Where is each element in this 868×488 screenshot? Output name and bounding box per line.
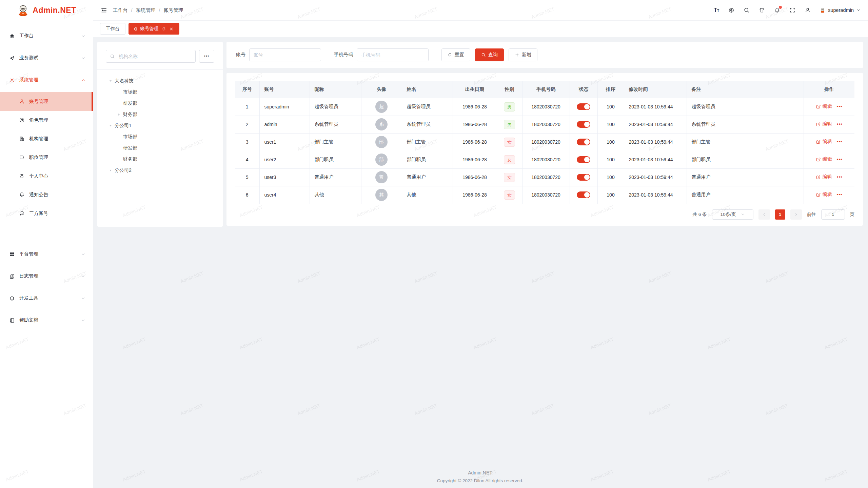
tree-node-市场部[interactable]: 市场部 [116,131,219,142]
cell-phone: 18020030720 [522,116,570,133]
cell-account: user4 [259,186,310,204]
tree-children: 市场部研发部财务部 [116,131,219,165]
cell-text: 2023-01-03 10:59:44 [629,157,673,162]
cell-text: 18020030720 [531,104,560,109]
breadcrumb-item[interactable]: 工作台 [113,7,128,14]
breadcrumb-item[interactable]: 账号管理 [164,7,183,14]
sidebar-item-业务测试[interactable]: 业务测试 [0,48,93,68]
sidebar-item-label: 业务测试 [19,55,77,61]
cell-text: 其他 [407,192,416,197]
tree-node-研发部[interactable]: 研发部 [116,98,219,109]
cell-name: 系统管理员 [402,116,453,133]
sidebar-subitem-个人中心[interactable]: 个人中心 [0,167,93,185]
theme-icon[interactable] [759,7,765,13]
tab-label: 账号管理 [140,26,159,32]
edit-button[interactable]: 编辑 [816,121,832,127]
cell-text: 系统管理员 [407,121,431,127]
tree-node-分公司2[interactable]: 分公司2 [107,165,219,176]
cell-gender: 男 [497,98,522,116]
grid-icon [9,251,15,257]
status-toggle[interactable] [577,103,590,110]
tree-node-财务部[interactable]: 财务部 [116,154,219,165]
status-toggle[interactable] [577,121,590,128]
language-icon[interactable] [728,7,734,13]
sidebar-subitem-三方账号[interactable]: 三方账号 [0,204,93,223]
status-toggle[interactable] [577,139,590,145]
cell-text: superadmin [264,104,289,109]
breadcrumb-item[interactable]: 系统管理 [136,7,156,14]
sidebar-item-系统管理[interactable]: 系统管理 [0,70,93,90]
edit-button[interactable]: 编辑 [816,103,832,109]
sidebar-subitem-角色管理[interactable]: 角色管理 [0,111,93,129]
tab-工作台[interactable]: 工作台 [100,23,125,35]
status-toggle[interactable] [577,174,590,181]
cell-text: 2023-01-03 10:59:44 [629,122,673,127]
sidebar-item-日志管理[interactable]: 日志管理 [0,266,93,286]
sidebar-item-开发工具[interactable]: 开发工具 [0,288,93,308]
tree-node-分公司1[interactable]: 分公司1 [107,120,219,131]
user-menu[interactable]: superadmin [820,7,861,13]
status-toggle[interactable] [577,156,590,163]
search-icon[interactable] [744,7,750,13]
font-size-icon[interactable]: TT [714,7,719,13]
cell-phone: 18020030720 [522,133,570,151]
fullscreen-icon[interactable] [789,7,795,13]
phone-filter-label: 手机号码 [334,52,353,58]
sidebar-subitem-机构管理[interactable]: 机构管理 [0,129,93,148]
tree-node-研发部[interactable]: 研发部 [116,142,219,154]
next-page-button[interactable] [790,209,802,220]
org-more-button[interactable]: ••• [199,50,214,63]
logo[interactable]: Admin.NET [0,0,93,20]
more-actions-button[interactable]: ••• [837,192,843,197]
column-header-status: 状态 [570,81,597,98]
page-size-select[interactable]: 10条/页 [712,209,753,220]
status-toggle[interactable] [577,191,590,198]
tree-node-大名科技[interactable]: 大名科技 [107,75,219,86]
cell-op: 编辑••• [804,151,854,168]
edit-button[interactable]: 编辑 [816,156,832,162]
sidebar-subitem-账号管理[interactable]: 账号管理 [0,92,93,111]
notification-bell-icon[interactable] [774,7,780,13]
org-search-box [106,50,196,63]
row-actions: 编辑••• [816,191,843,198]
cell-text: 普通用户 [692,174,711,180]
edit-button[interactable]: 编辑 [816,174,832,180]
user-outline-icon[interactable] [805,7,811,13]
user-icon [19,99,25,104]
sidebar-item-工作台[interactable]: 工作台 [0,26,93,46]
cell-text: 100 [607,192,614,198]
more-actions-button[interactable]: ••• [837,157,843,162]
goto-page-input[interactable] [821,209,845,220]
org-search-input[interactable] [118,53,192,59]
sidebar-item-帮助文档[interactable]: 帮助文档 [0,310,93,330]
cell-account: user1 [259,133,310,151]
query-button[interactable]: 查询 [475,48,504,61]
close-tab-icon[interactable] [169,27,174,31]
phone-filter-input[interactable] [357,48,429,61]
cell-status [570,116,597,133]
sidebar-subitem-通知公告[interactable]: 通知公告 [0,185,93,204]
sidebar-item-平台管理[interactable]: 平台管理 [0,244,93,264]
collapse-sidebar-icon[interactable] [101,7,107,14]
more-actions-button[interactable]: ••• [837,175,843,179]
account-filter-input[interactable] [249,48,321,61]
more-actions-button[interactable]: ••• [837,122,843,126]
prev-page-button[interactable] [758,209,770,220]
table-row: 5user3普通用户普普通用户1986-06-28女18020030720100… [235,168,854,186]
current-page[interactable]: 1 [775,209,785,220]
refresh-tab-icon[interactable] [162,27,166,31]
more-actions-button[interactable]: ••• [837,104,843,109]
more-actions-button[interactable]: ••• [837,139,843,144]
submenu-系统管理: 账号管理角色管理机构管理职位管理个人中心通知公告三方账号 [0,92,93,223]
table-row: 4user2部门职员部部门职员1986-06-28女18020030720100… [235,151,854,168]
reset-button[interactable]: 重置 [441,48,470,61]
sidebar-subitem-职位管理[interactable]: 职位管理 [0,148,93,167]
tree-node-市场部[interactable]: 市场部 [116,86,219,98]
tree-node-财务部[interactable]: 财务部 [116,109,219,120]
tab-账号管理[interactable]: 账号管理 [129,23,179,35]
edit-button[interactable]: 编辑 [816,139,832,145]
caret-right-icon [107,169,114,172]
cell-remark: 普通用户 [687,186,804,204]
add-button[interactable]: 新增 [509,48,537,61]
edit-button[interactable]: 编辑 [816,191,832,198]
